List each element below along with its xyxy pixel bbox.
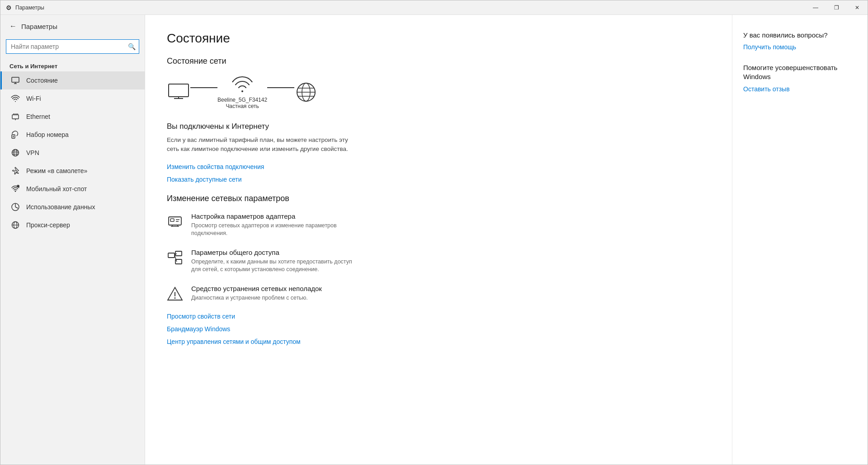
- adapter-settings-item[interactable]: Настройка параметров адаптера Просмотр с…: [167, 212, 710, 238]
- view-network-props-link[interactable]: Просмотр свойств сети: [167, 313, 710, 320]
- troubleshoot-text: Средство устранения сетевых неполадок Ди…: [191, 285, 322, 302]
- questions-title: У вас появились вопросы?: [743, 31, 857, 39]
- improve-windows-title: Помогите усовершенствовать Windows: [743, 63, 857, 81]
- title-bar-controls: — ❐ ✕: [805, 0, 868, 15]
- page-title: Состояние: [167, 31, 710, 46]
- adapter-settings-icon: [167, 213, 183, 230]
- vpn-icon: [11, 148, 20, 157]
- network-diagram: Beeline_5G_F34142 Частная сеть: [167, 75, 710, 109]
- wifi-node: Beeline_5G_F34142 Частная сеть: [217, 75, 267, 109]
- connection-line-1: [190, 87, 217, 88]
- settings-gear-icon: ⚙: [6, 4, 12, 11]
- sidebar-item-datausage[interactable]: Использование данных: [0, 198, 145, 216]
- sidebar-item-ethernet[interactable]: Ethernet: [0, 108, 145, 126]
- sidebar-item-dialup-label: Набор номера: [26, 131, 69, 138]
- title-bar-title: Параметры: [15, 5, 44, 11]
- wifi-icon: [11, 94, 20, 103]
- computer-icon: [167, 82, 190, 102]
- proxy-icon: [11, 221, 20, 230]
- sidebar-item-airplane[interactable]: Режим «в самолете»: [0, 162, 145, 180]
- svg-rect-9: [12, 135, 15, 138]
- sidebar-item-datausage-label: Использование данных: [26, 203, 95, 211]
- sharing-settings-text: Параметры общего доступа Определите, к к…: [191, 249, 363, 274]
- sidebar-item-status[interactable]: Состояние: [0, 71, 145, 89]
- troubleshoot-icon: [167, 286, 183, 302]
- sidebar-category: Сеть и Интернет: [0, 59, 145, 71]
- sidebar-item-dialup[interactable]: Набор номера: [0, 126, 145, 144]
- content-area: ← Параметры 🔍 Сеть и Интернет: [0, 15, 868, 465]
- sharing-settings-desc: Определите, к каким данным вы хотите пре…: [191, 258, 363, 274]
- svg-rect-39: [168, 253, 175, 258]
- title-bar-left: ⚙ Параметры: [6, 4, 44, 11]
- svg-text:!: !: [18, 185, 18, 187]
- back-arrow-icon: ←: [9, 22, 17, 30]
- adapter-settings-desc: Просмотр сетевых адаптеров и изменение п…: [191, 222, 363, 238]
- globe-node: [294, 82, 318, 102]
- change-properties-link[interactable]: Изменить свойства подключения: [167, 163, 710, 170]
- sidebar-item-wifi-label: Wi-Fi: [26, 95, 41, 102]
- svg-rect-3: [12, 115, 19, 119]
- sharing-settings-icon: [167, 249, 183, 266]
- adapter-settings-text: Настройка параметров адаптера Просмотр с…: [191, 212, 363, 238]
- maximize-button[interactable]: ❐: [826, 0, 847, 15]
- sidebar-item-vpn[interactable]: VPN: [0, 144, 145, 162]
- wifi-network-name: Beeline_5G_F34142: [217, 97, 267, 103]
- connected-desc: Если у вас лимитный тарифный план, вы мо…: [167, 136, 357, 154]
- search-input[interactable]: [6, 39, 139, 54]
- ethernet-icon: [11, 112, 20, 121]
- dialup-icon: [11, 130, 20, 139]
- sidebar-item-vpn-label: VPN: [26, 149, 39, 156]
- sidebar-item-status-label: Состояние: [26, 77, 58, 84]
- title-bar: ⚙ Параметры — ❐ ✕: [0, 0, 868, 15]
- right-panel: У вас появились вопросы? Получить помощь…: [732, 15, 868, 465]
- sidebar-back-button[interactable]: ← Параметры: [0, 15, 145, 38]
- search-icon: 🔍: [128, 43, 136, 50]
- sidebar-item-hotspot[interactable]: ! Мобильный хот-спот: [0, 180, 145, 198]
- firewall-link[interactable]: Брандмауэр Windows: [167, 325, 710, 333]
- show-networks-link[interactable]: Показать доступные сети: [167, 176, 710, 183]
- sidebar-item-proxy-label: Прокси-сервер: [26, 221, 70, 229]
- svg-rect-0: [12, 77, 19, 82]
- troubleshoot-title: Средство устранения сетевых неполадок: [191, 285, 322, 292]
- hotspot-icon: !: [11, 184, 20, 193]
- adapter-settings-title: Настройка параметров адаптера: [191, 212, 363, 220]
- svg-rect-24: [169, 84, 189, 97]
- computer-node: [167, 82, 190, 102]
- wifi-network-type: Частная сеть: [226, 103, 259, 109]
- sidebar-search: 🔍: [6, 39, 139, 54]
- main-content: Состояние Состояние сети: [145, 15, 732, 465]
- sidebar-item-ethernet-label: Ethernet: [26, 113, 50, 120]
- connection-line-2: [267, 87, 294, 88]
- troubleshoot-item[interactable]: Средство устранения сетевых неполадок Ди…: [167, 285, 710, 302]
- sidebar-item-proxy[interactable]: Прокси-сервер: [0, 216, 145, 234]
- datausage-icon: [11, 202, 20, 211]
- sidebar-back-label: Параметры: [21, 23, 57, 30]
- feedback-link[interactable]: Оставить отзыв: [743, 85, 857, 93]
- svg-rect-33: [170, 219, 174, 221]
- window: ⚙ Параметры — ❐ ✕ ← Параметры 🔍 Сеть и И…: [0, 0, 868, 465]
- sidebar-item-airplane-label: Режим «в самолете»: [26, 167, 87, 174]
- sidebar-item-hotspot-label: Мобильный хот-спот: [26, 185, 87, 193]
- monitor-icon: [11, 76, 20, 85]
- troubleshoot-desc: Диагностика и устранение проблем с сетью…: [191, 294, 322, 302]
- minimize-button[interactable]: —: [805, 0, 826, 15]
- close-button[interactable]: ✕: [847, 0, 868, 15]
- sidebar: ← Параметры 🔍 Сеть и Интернет: [0, 15, 145, 465]
- svg-point-17: [15, 191, 16, 192]
- connected-title: Вы подключены к Интернету: [167, 122, 710, 131]
- change-settings-section-title: Изменение сетевых параметров: [167, 194, 710, 203]
- sharing-settings-title: Параметры общего доступа: [191, 249, 363, 256]
- network-center-link[interactable]: Центр управления сетями и общим доступом: [167, 338, 710, 345]
- airplane-icon: [11, 166, 20, 175]
- get-help-link[interactable]: Получить помощь: [743, 43, 857, 51]
- sidebar-item-wifi[interactable]: Wi-Fi: [0, 89, 145, 108]
- svg-point-46: [175, 297, 176, 299]
- network-status-section-title: Состояние сети: [167, 56, 710, 66]
- sharing-settings-item[interactable]: Параметры общего доступа Определите, к к…: [167, 249, 710, 274]
